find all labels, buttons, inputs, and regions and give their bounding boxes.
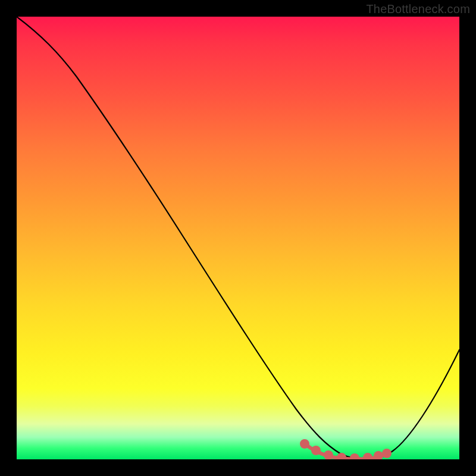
- curve-line: [17, 17, 459, 459]
- svg-point-1: [313, 447, 319, 453]
- svg-point-2: [325, 452, 331, 458]
- svg-point-7: [384, 450, 390, 456]
- svg-point-3: [339, 455, 345, 459]
- svg-point-6: [375, 453, 381, 459]
- highlight-segment: [302, 441, 390, 459]
- chart-frame: TheBottleneck.com: [0, 0, 476, 476]
- watermark-text: TheBottleneck.com: [366, 2, 470, 16]
- plot-area: [17, 17, 459, 459]
- svg-point-5: [365, 455, 371, 459]
- chart-svg: [17, 17, 459, 459]
- svg-point-0: [302, 441, 308, 447]
- svg-point-4: [352, 455, 358, 459]
